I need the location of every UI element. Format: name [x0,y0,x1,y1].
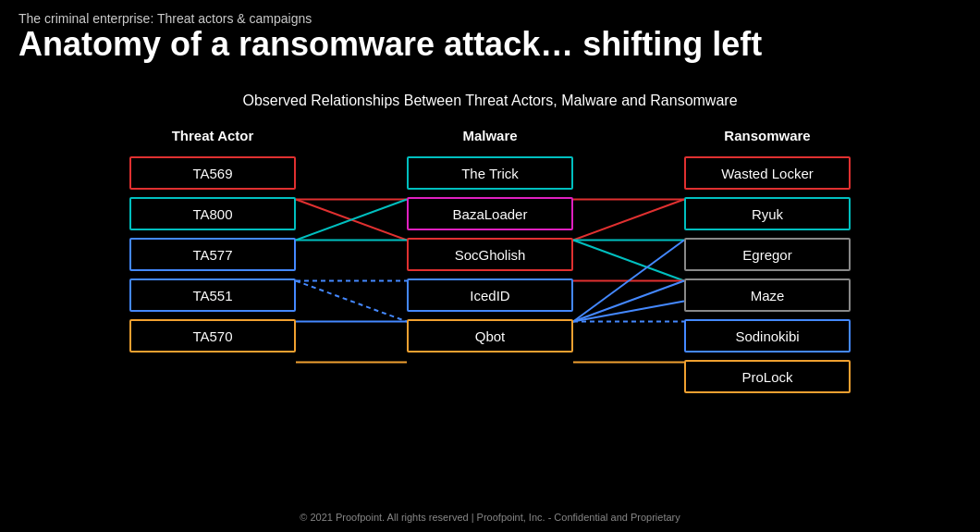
egregor-box: Egregor [684,238,851,271]
columns: Threat Actor TA569 TA800 TA577 TA551 TA5… [120,128,860,393]
ta577-box: TA577 [129,238,296,271]
socgholish-box: SocGholish [407,238,573,271]
header-subtitle: The criminal enterprise: Threat actors &… [18,11,762,26]
ta551-box: TA551 [129,278,296,312]
ransomware-column: Ransomware Wasted Locker Ryuk Egregor Ma… [675,128,860,393]
diagram: Observed Relationships Between Threat Ac… [120,93,860,393]
ransomware-header: Ransomware [724,128,810,143]
wastedlocker-box: Wasted Locker [684,156,851,190]
icedid-box: IcedID [407,278,573,312]
sodinokibi-box: Sodinokibi [684,319,851,353]
malware-header: Malware [462,128,517,143]
ryuk-box: Ryuk [684,197,851,230]
thetrick-box: The Trick [407,156,573,190]
header: The criminal enterprise: Threat actors &… [18,11,762,63]
ta570-box: TA570 [129,319,296,353]
malware-column: Malware The Trick BazaLoader SocGholish … [398,128,582,353]
footer: © 2021 Proofpoint. All rights reserved |… [300,512,680,523]
threat-actor-column: Threat Actor TA569 TA800 TA577 TA551 TA5… [120,128,305,353]
prolock-box: ProLock [684,360,851,393]
qbot-box: Qbot [407,319,573,353]
maze-box: Maze [684,278,851,312]
diagram-columns-wrapper: Threat Actor TA569 TA800 TA577 TA551 TA5… [120,128,860,393]
header-title: Anatomy of a ransomware attack… shifting… [18,26,762,63]
ta800-box: TA800 [129,197,296,230]
diagram-title: Observed Relationships Between Threat Ac… [120,93,860,109]
threat-actor-header: Threat Actor [172,128,254,143]
ta569-box: TA569 [129,156,296,190]
bazaloader-box: BazaLoader [407,197,573,230]
